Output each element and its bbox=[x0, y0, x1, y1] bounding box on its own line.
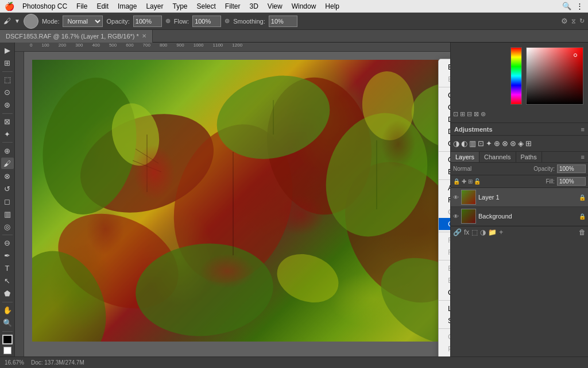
menu-link-layers[interactable]: Link Layers bbox=[439, 302, 450, 315]
tool-preset-icon[interactable]: ▼ bbox=[14, 18, 20, 24]
fill-value[interactable] bbox=[557, 177, 586, 186]
search-icon[interactable]: 🔍 bbox=[562, 2, 571, 10]
adj-icon-8[interactable]: ⊛ bbox=[510, 139, 516, 148]
eye-icon-layer1[interactable]: 👁 bbox=[453, 194, 459, 201]
adj-icon-4[interactable]: ⊡ bbox=[478, 139, 484, 148]
tool-hand[interactable]: ✋ bbox=[1, 305, 14, 316]
tool-pen[interactable]: ✒ bbox=[1, 250, 14, 262]
tool-eraser[interactable]: ◻ bbox=[1, 195, 14, 207]
adjustment-layer-icon[interactable]: ◑ bbox=[480, 228, 486, 236]
menu-image[interactable]: Image bbox=[114, 1, 141, 12]
menu-convert-smart-object[interactable]: Convert to Smart Object bbox=[439, 218, 450, 230]
airbrush-icon[interactable]: ⊛ bbox=[225, 17, 230, 25]
eye-icon-background[interactable]: 👁 bbox=[453, 213, 459, 220]
menu-filter[interactable]: Filter bbox=[221, 1, 245, 12]
fx-icon[interactable]: fx bbox=[464, 228, 469, 236]
tab-paths[interactable]: Paths bbox=[516, 152, 542, 162]
menu-edit[interactable]: Edit bbox=[92, 1, 113, 12]
panel-icon-5[interactable]: ⊛ bbox=[481, 110, 486, 118]
notification-icon[interactable]: ⋮ bbox=[576, 2, 583, 10]
settings-icon[interactable]: ⚙ bbox=[561, 17, 568, 25]
document-tab[interactable]: DSCF1853.RAF @ 16.7% (Layer 1, RGB/16*) … bbox=[0, 30, 153, 43]
menu-type[interactable]: Type bbox=[168, 1, 191, 12]
adj-icon-2[interactable]: ◐ bbox=[461, 139, 467, 148]
adj-icon-5[interactable]: ✦ bbox=[486, 139, 492, 148]
tool-type[interactable]: T bbox=[1, 263, 14, 274]
link-icon[interactable]: 🔗 bbox=[453, 228, 462, 236]
tab-layers[interactable]: Layers bbox=[451, 152, 479, 162]
menu-select-linked-layers[interactable]: Select Linked Layers bbox=[439, 315, 450, 327]
adj-icon-9[interactable]: ◈ bbox=[518, 139, 524, 148]
menu-select[interactable]: Select bbox=[192, 1, 219, 12]
menu-duplicate-layer[interactable]: Duplicate Layer... bbox=[439, 113, 450, 125]
menu-file[interactable]: File bbox=[72, 1, 91, 12]
adj-icon-7[interactable]: ⊗ bbox=[502, 139, 508, 148]
tool-zoom[interactable]: 🔍 bbox=[1, 317, 14, 329]
tool-brush[interactable]: 🖌 bbox=[1, 158, 14, 169]
brush-angle-icon[interactable]: ↻ bbox=[579, 17, 585, 25]
panel-icon-1[interactable]: ⊡ bbox=[453, 110, 458, 118]
folder-icon[interactable]: 📁 bbox=[488, 228, 497, 236]
tool-move[interactable]: ▶ bbox=[1, 45, 14, 56]
brush-preview[interactable] bbox=[24, 14, 38, 29]
hue-slider[interactable] bbox=[510, 47, 522, 105]
pressure-opacity-icon[interactable]: ⊕ bbox=[165, 17, 171, 25]
tool-dodge[interactable]: ⊖ bbox=[1, 237, 14, 249]
delete-layer-icon[interactable]: 🗑 bbox=[579, 228, 586, 236]
menu-copy-svg[interactable]: Copy SVG bbox=[439, 101, 450, 113]
adj-icon-3[interactable]: ▥ bbox=[469, 139, 476, 148]
background-color[interactable] bbox=[3, 347, 11, 354]
menu-window[interactable]: Window bbox=[288, 1, 320, 12]
tab-channels[interactable]: Channels bbox=[479, 152, 516, 162]
tool-gradient[interactable]: ▥ bbox=[1, 208, 14, 220]
foreground-color[interactable] bbox=[2, 335, 13, 344]
menu-artboard-from-layers[interactable]: Artboard from Layers... bbox=[439, 182, 450, 194]
tool-quick-select[interactable]: ⊛ bbox=[1, 99, 14, 111]
tool-path-selection[interactable]: ↖ bbox=[1, 275, 14, 287]
smoothing-input[interactable] bbox=[269, 16, 297, 27]
tool-blur[interactable]: ◎ bbox=[1, 221, 14, 232]
tool-healing[interactable]: ⊕ bbox=[1, 145, 14, 156]
menu-layer[interactable]: Layer bbox=[142, 1, 167, 12]
symmetry-icon[interactable]: ⧖ bbox=[571, 17, 576, 25]
new-layer-icon[interactable]: + bbox=[499, 228, 503, 236]
panel-icon-4[interactable]: ⊠ bbox=[474, 110, 479, 118]
menu-blending-options[interactable]: Blending Options... bbox=[439, 61, 450, 73]
canvas-area[interactable]: 0 100 200 300 400 500 600 700 800 900 10… bbox=[15, 43, 450, 356]
color-spectrum[interactable] bbox=[526, 47, 583, 105]
panel-icon-2[interactable]: ⊞ bbox=[460, 110, 465, 118]
tool-eyedropper[interactable]: ✦ bbox=[1, 129, 14, 140]
menu-group-from-layers[interactable]: Group from Layers... bbox=[439, 137, 450, 150]
tool-crop[interactable]: ⊠ bbox=[1, 116, 14, 128]
menu-copy-css[interactable]: Copy CSS bbox=[439, 89, 450, 101]
adj-icon-10[interactable]: ⊞ bbox=[525, 139, 532, 148]
layer-row-background[interactable]: 👁 Background 🔒 bbox=[451, 207, 588, 226]
tool-artboard[interactable]: ⊞ bbox=[1, 57, 14, 69]
menu-frame-from-layers[interactable]: Frame from Layers... bbox=[439, 194, 450, 206]
adjustments-menu-icon[interactable]: ≡ bbox=[581, 126, 585, 133]
menu-photoshop[interactable]: Photoshop CC bbox=[18, 1, 71, 12]
layers-panel-menu[interactable]: ≡ bbox=[578, 152, 588, 162]
menu-create-clipping-mask[interactable]: Create Clipping Mask bbox=[439, 286, 450, 298]
tool-clone-stamp[interactable]: ⊗ bbox=[1, 170, 14, 182]
add-mask-icon[interactable]: ⬚ bbox=[471, 228, 478, 236]
tool-history-brush[interactable]: ↺ bbox=[1, 183, 14, 194]
panel-icon-3[interactable]: ⊟ bbox=[467, 110, 472, 118]
menu-3d[interactable]: 3D bbox=[246, 1, 262, 12]
menu-help[interactable]: Help bbox=[321, 1, 343, 12]
flow-input[interactable] bbox=[192, 16, 221, 27]
adj-icon-1[interactable]: ◑ bbox=[453, 139, 459, 148]
menu-export-as[interactable]: Export As... bbox=[439, 166, 450, 178]
tab-close-button[interactable]: ✕ bbox=[142, 33, 146, 39]
menu-delete-layer[interactable]: Delete Layer bbox=[439, 125, 450, 137]
tool-lasso[interactable]: ⊙ bbox=[1, 87, 14, 98]
adj-icon-6[interactable]: ⊕ bbox=[494, 139, 500, 148]
opacity-value-layers[interactable] bbox=[557, 164, 586, 173]
tool-marquee[interactable]: ⬚ bbox=[1, 74, 14, 86]
mode-dropdown[interactable]: Normal bbox=[63, 16, 103, 27]
menu-view[interactable]: View bbox=[264, 1, 287, 12]
menu-quick-export-png[interactable]: Quick Export as PNG bbox=[439, 154, 450, 166]
layer-row-1[interactable]: 👁 Layer 1 🔒 bbox=[451, 188, 588, 207]
opacity-input[interactable] bbox=[133, 16, 162, 27]
tool-shape[interactable]: ⬟ bbox=[1, 288, 14, 300]
